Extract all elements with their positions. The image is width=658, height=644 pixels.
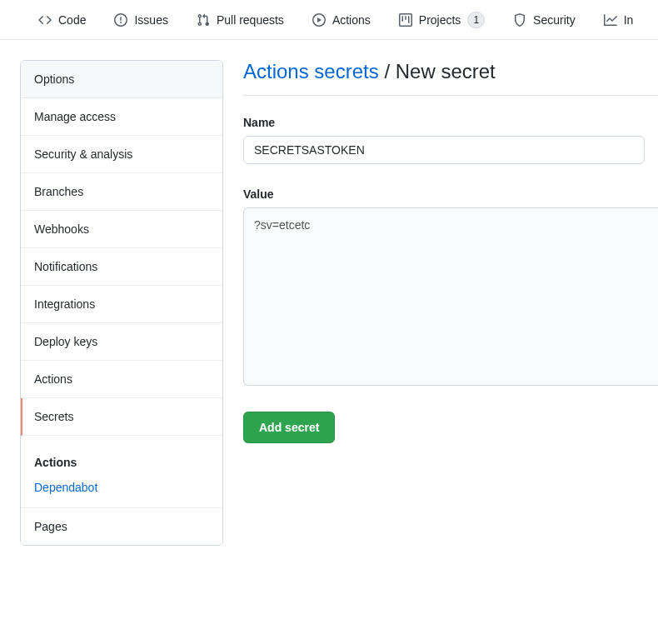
main-content: Actions secrets / New secret Name Value … [223,60,658,546]
add-secret-button[interactable]: Add secret [243,412,335,443]
sidebar-sub-link-dependabot[interactable]: Dependabot [34,481,209,494]
sidebar-item-branches[interactable]: Branches [21,173,222,211]
secret-name-input[interactable] [243,136,645,164]
sidebar-secrets-subsection: Actions Dependabot [21,436,222,508]
sidebar-item-notifications[interactable]: Notifications [21,248,222,286]
page-title-row: Actions secrets / New secret [243,60,658,96]
tab-code[interactable]: Code [25,7,99,33]
repo-topnav: Code Issues Pull requests Actions Projec… [0,0,658,40]
form-group-value: Value [243,187,658,388]
sidebar-item-label: Security & analysis [34,147,132,161]
issue-opened-icon [114,13,127,27]
tab-label: Issues [134,13,167,27]
form-group-name: Name [243,116,658,164]
name-label: Name [243,116,658,129]
sidebar-item-label: Integrations [34,297,95,311]
sidebar-item-actions[interactable]: Actions [21,361,222,398]
sidebar-item-label: Webhooks [34,222,89,236]
play-icon [312,13,326,27]
sidebar-item-webhooks[interactable]: Webhooks [21,211,222,248]
sidebar-item-secrets[interactable]: Secrets [21,398,222,436]
secret-value-textarea[interactable] [243,207,658,386]
settings-sidebar: Options Manage access Security & analysi… [20,60,223,546]
tab-issues[interactable]: Issues [101,7,181,33]
git-pull-request-icon [197,13,210,27]
page-title: Actions secrets / New secret [243,60,658,83]
tab-insights[interactable]: In [591,7,647,33]
breadcrumb-current: New secret [396,60,496,82]
shield-icon [513,13,526,27]
tab-label: In [624,13,634,27]
code-icon [38,13,52,27]
value-label: Value [243,187,658,201]
sidebar-item-label: Options [34,72,74,86]
tab-security[interactable]: Security [500,7,589,33]
sidebar-sub-header: Actions [34,456,209,469]
sidebar-item-label: Actions [34,372,72,386]
tab-pull-requests[interactable]: Pull requests [183,7,297,33]
sidebar-item-manage-access[interactable]: Manage access [21,98,222,136]
sidebar-item-label: Pages [34,520,67,533]
breadcrumb-actions-secrets[interactable]: Actions secrets [243,60,379,82]
project-icon [399,13,412,27]
tab-label: Projects [419,13,461,27]
tab-projects[interactable]: Projects 1 [386,5,498,35]
sidebar-item-integrations[interactable]: Integrations [21,286,222,323]
sidebar-item-label: Manage access [34,110,116,123]
tab-label: Code [58,13,86,27]
sidebar-item-pages[interactable]: Pages [21,508,222,545]
tab-label: Actions [332,13,371,27]
sidebar-item-label: Notifications [34,260,97,273]
sidebar-item-label: Branches [34,185,83,198]
tab-label: Security [533,13,576,27]
sidebar-item-label: Secrets [34,410,73,423]
projects-count-badge: 1 [467,12,485,28]
graph-icon [604,13,617,27]
sidebar-item-label: Deploy keys [34,335,97,348]
sidebar-item-security-analysis[interactable]: Security & analysis [21,136,222,173]
sidebar-item-deploy-keys[interactable]: Deploy keys [21,323,222,361]
breadcrumb-separator: / [379,60,396,82]
tab-label: Pull requests [217,13,284,27]
tab-actions[interactable]: Actions [299,7,384,33]
sidebar-item-options[interactable]: Options [21,61,222,98]
